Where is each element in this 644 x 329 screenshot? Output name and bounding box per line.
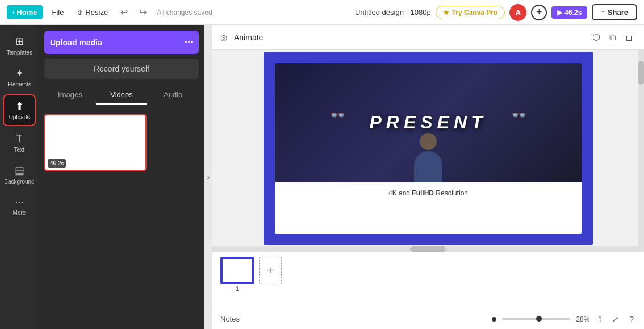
media-duration-badge: 46.2s xyxy=(48,159,66,168)
text-icon: T xyxy=(16,133,23,145)
add-slide-icon: + xyxy=(267,264,274,277)
media-tabs: Images Videos Audio xyxy=(44,86,199,105)
panel-collapse-button[interactable]: › xyxy=(204,25,212,329)
home-button[interactable]: ‹ Home xyxy=(7,5,43,19)
person-silhouette xyxy=(414,133,442,182)
sidebar-item-background[interactable]: ▤ Background xyxy=(3,160,36,189)
file-button[interactable]: File xyxy=(47,6,68,19)
page-number-button[interactable]: 1 xyxy=(595,314,604,325)
share-label: Share xyxy=(608,8,628,16)
timer-button[interactable]: ▶ 46.2s xyxy=(551,6,587,19)
sidebar-item-label: Text xyxy=(14,147,24,153)
sidebar-item-uploads[interactable]: ⬆ Uploads xyxy=(3,94,36,126)
timeline-area: 1 + xyxy=(212,252,644,309)
slide-number: 1 xyxy=(236,286,239,292)
resize-icon: ⊕ xyxy=(77,9,83,16)
elements-icon: ✦ xyxy=(15,67,24,80)
top-nav: ‹ Home File ⊕ Resize ↩ ↪ All changes sav… xyxy=(0,0,644,25)
notes-dot xyxy=(492,317,496,322)
zoom-slider-thumb[interactable] xyxy=(536,316,542,322)
main-layout: ⊞ Templates ✦ Elements ⬆ Uploads T Text … xyxy=(0,25,644,329)
sidebar-item-templates[interactable]: ⊞ Templates xyxy=(3,31,36,60)
slide-thumbnail-container: 1 xyxy=(220,257,254,292)
copy-icon-button[interactable]: ⧉ xyxy=(607,30,618,45)
media-grid: 46.2s xyxy=(44,110,199,171)
slide-caption-text: 4K and FullHD Resolution xyxy=(388,189,468,197)
tab-images-label: Images xyxy=(58,90,82,99)
left-panel: Upload media ··· Record yourself Images … xyxy=(39,25,204,329)
canvas-scroll-area[interactable]: 👓 👓 PRESENT 4K and FullHD Resolution xyxy=(212,50,644,246)
canvas-toolbar-right: ⬡ ⧉ 🗑 xyxy=(590,30,636,45)
star-icon: ★ xyxy=(443,9,449,16)
more-icon: ··· xyxy=(15,196,23,208)
slide-thumb-inner xyxy=(223,259,252,282)
external-link-icon-button[interactable]: ⬡ xyxy=(590,30,603,45)
canvas-toolbar: ◎ Animate ⬡ ⧉ 🗑 xyxy=(212,25,644,50)
chevron-left-icon: › xyxy=(207,172,210,182)
zoom-level: 28% xyxy=(576,315,589,323)
resize-button[interactable]: ⊕ Resize xyxy=(73,6,112,19)
tab-audio[interactable]: Audio xyxy=(147,86,199,105)
home-label: Home xyxy=(16,8,37,16)
slide-background: 👓 👓 PRESENT 4K and FullHD Resolution xyxy=(264,52,593,245)
delete-icon-button[interactable]: 🗑 xyxy=(622,30,636,45)
glasses-right-icon: 👓 xyxy=(511,108,526,123)
avatar-button[interactable]: A xyxy=(509,4,526,21)
zoom-slider[interactable] xyxy=(502,318,570,320)
tab-videos-label: Videos xyxy=(110,90,133,99)
timer-value: 46.2s xyxy=(564,9,582,16)
person-body xyxy=(414,151,442,182)
sidebar-item-label: Templates xyxy=(6,49,32,56)
fullscreen-button[interactable]: ⤢ xyxy=(610,314,621,325)
glasses-left-icon: 👓 xyxy=(330,108,345,123)
background-icon: ▤ xyxy=(15,164,24,177)
slide-image-area: 👓 👓 PRESENT xyxy=(275,63,582,182)
file-label: File xyxy=(52,8,64,16)
tab-videos[interactable]: Videos xyxy=(96,86,148,105)
try-canva-pro-button[interactable]: ★ Try Canva Pro xyxy=(436,6,505,19)
person-head xyxy=(420,133,437,150)
sidebar-item-label: Uploads xyxy=(9,114,30,120)
design-title: Untitled design - 1080p xyxy=(355,8,431,16)
vertical-scroll-thumb[interactable] xyxy=(638,61,644,84)
horizontal-scrollbar[interactable]: ‹ › xyxy=(212,246,644,252)
present-text: PRESENT xyxy=(369,112,487,133)
tab-images[interactable]: Images xyxy=(44,86,96,105)
saved-status: All changes saved xyxy=(157,9,212,16)
chevron-left-icon: ‹ xyxy=(12,9,14,15)
sidebar-item-label: Elements xyxy=(7,81,31,88)
scroll-arrow-right[interactable]: › xyxy=(445,246,447,252)
tab-audio-label: Audio xyxy=(164,90,182,99)
canvas-content: 👓 👓 PRESENT 4K and FullHD Resolution xyxy=(264,52,593,245)
horizontal-scroll-thumb[interactable] xyxy=(411,246,445,252)
animate-icon: ◎ xyxy=(220,33,227,42)
add-button[interactable]: + xyxy=(531,5,547,20)
share-icon: ↑ xyxy=(601,8,605,16)
sidebar-item-label: Background xyxy=(4,178,34,185)
sidebar-item-text[interactable]: T Text xyxy=(3,128,36,157)
slide-caption: 4K and FullHD Resolution xyxy=(382,182,475,204)
animate-label: Animate xyxy=(234,33,263,42)
record-yourself-button[interactable]: Record yourself xyxy=(44,59,199,79)
canvas-area: ◎ Animate ⬡ ⧉ 🗑 xyxy=(212,25,644,329)
media-thumbnail[interactable]: 46.2s xyxy=(44,114,147,171)
add-slide-button[interactable]: + xyxy=(259,257,282,284)
record-yourself-label: Record yourself xyxy=(94,64,149,73)
vertical-scrollbar[interactable] xyxy=(638,50,644,246)
share-button[interactable]: ↑ Share xyxy=(592,4,637,20)
help-button[interactable]: ? xyxy=(627,314,636,325)
slide-inner: 👓 👓 PRESENT 4K and FullHD Resolution xyxy=(275,63,582,234)
redo-button[interactable]: ↪ xyxy=(136,5,150,20)
uploads-icon: ⬆ xyxy=(15,100,24,113)
sidebar-item-label: More xyxy=(13,210,26,216)
upload-media-button[interactable]: Upload media ··· xyxy=(44,31,199,54)
templates-icon: ⊞ xyxy=(15,35,24,48)
notes-label: Notes xyxy=(220,315,240,323)
nav-right: Untitled design - 1080p ★ Try Canva Pro … xyxy=(355,4,637,21)
sidebar-item-more[interactable]: ··· More xyxy=(3,191,36,220)
undo-button[interactable]: ↩ xyxy=(117,5,131,20)
sidebar-item-elements[interactable]: ✦ Elements xyxy=(3,63,36,92)
slide-thumbnail[interactable] xyxy=(220,257,254,284)
upload-media-label: Upload media xyxy=(50,38,102,47)
notes-bar: Notes 28% 1 ⤢ ? xyxy=(212,309,644,329)
